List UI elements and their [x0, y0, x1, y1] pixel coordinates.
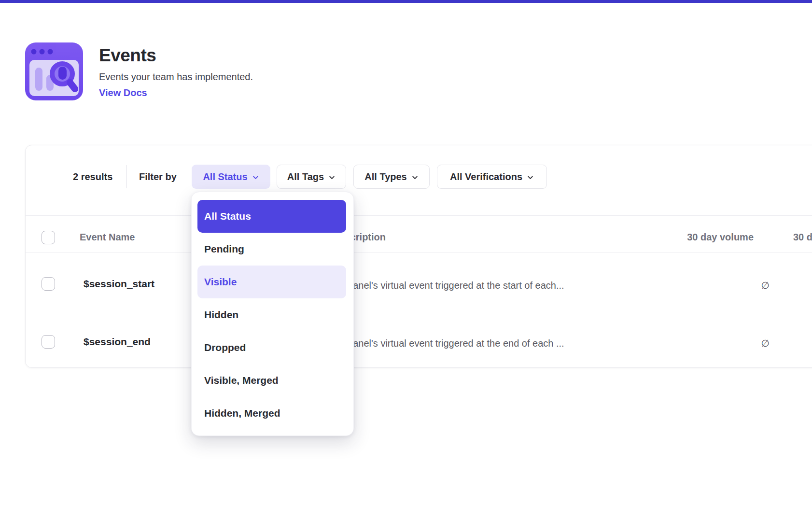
- event-description-cell: Mixpanel's virtual event triggered at th…: [333, 338, 564, 349]
- chevron-down-icon: [411, 174, 419, 181]
- row-checkbox[interactable]: [42, 277, 55, 291]
- tags-filter-label: All Tags: [287, 171, 324, 182]
- column-header-30-day-users: 30 day users: [793, 232, 812, 243]
- results-count: 2 results: [73, 165, 112, 189]
- dropdown-option-dropped[interactable]: Dropped: [197, 331, 346, 364]
- page-title: Events: [99, 45, 156, 66]
- event-name-cell[interactable]: $session_end: [84, 336, 151, 348]
- page-subtitle: Events your team has implemented.: [99, 71, 253, 83]
- status-filter-label: All Status: [203, 171, 247, 182]
- event-volume-cell: ∅: [633, 337, 770, 349]
- column-header-30-day-volume: 30 day volume: [633, 232, 770, 243]
- chevron-down-icon: [527, 174, 534, 181]
- status-filter-button[interactable]: All Status: [192, 165, 270, 189]
- types-filter-button[interactable]: All Types: [353, 165, 430, 189]
- types-filter-label: All Types: [364, 171, 406, 182]
- select-all-checkbox[interactable]: [42, 231, 55, 244]
- event-name-cell[interactable]: $session_start: [84, 278, 154, 290]
- table-row: $session_end Mixpanel's virtual event tr…: [26, 315, 812, 368]
- browser-magnifier-icon: [25, 42, 83, 100]
- events-panel: 2 results Filter by All Status All Tags …: [25, 145, 812, 368]
- table-row: $session_start Mixpanel's virtual event …: [26, 252, 812, 315]
- table-header-row: Event Name Description 30 day volume 30 …: [26, 215, 812, 252]
- dropdown-option-visible-merged[interactable]: Visible, Merged: [197, 364, 346, 397]
- event-description-cell: Mixpanel's virtual event triggered at th…: [333, 280, 564, 291]
- dropdown-option-hidden-merged[interactable]: Hidden, Merged: [197, 397, 346, 430]
- verifications-filter-label: All Verifications: [450, 171, 522, 182]
- dropdown-option-pending[interactable]: Pending: [197, 233, 346, 266]
- events-lexicon-icon: [25, 42, 83, 100]
- dropdown-option-all-status[interactable]: All Status: [197, 200, 346, 233]
- chevron-down-icon: [328, 174, 336, 181]
- chevron-down-icon: [252, 174, 259, 181]
- toolbar-divider: [126, 165, 127, 188]
- status-dropdown-menu: All Status Pending Visible Hidden Droppe…: [191, 192, 354, 436]
- verifications-filter-button[interactable]: All Verifications: [437, 165, 547, 189]
- row-checkbox[interactable]: [42, 335, 55, 349]
- dropdown-option-hidden[interactable]: Hidden: [197, 298, 346, 331]
- top-progress-bar: [0, 0, 812, 3]
- filter-by-label: Filter by: [139, 165, 177, 189]
- event-volume-cell: ∅: [633, 280, 770, 291]
- dropdown-option-visible[interactable]: Visible: [197, 266, 346, 298]
- column-header-event-name: Event Name: [80, 232, 135, 243]
- tags-filter-button[interactable]: All Tags: [277, 165, 346, 189]
- view-docs-link[interactable]: View Docs: [99, 87, 147, 98]
